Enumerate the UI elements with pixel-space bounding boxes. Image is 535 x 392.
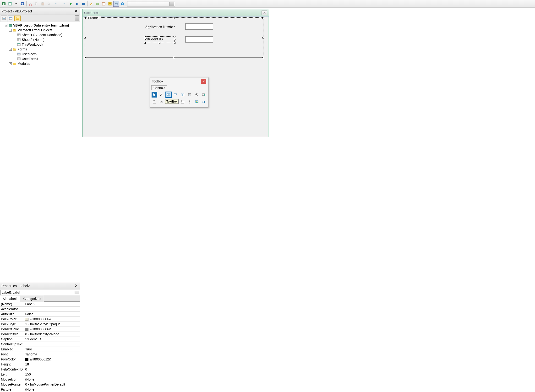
procedure-combo[interactable] [127,1,175,6]
view-icon[interactable] [7,1,13,7]
run-icon[interactable] [68,1,74,7]
svg-text:?: ? [122,3,123,5]
stop-icon[interactable] [81,1,86,7]
svg-rect-3 [9,2,11,3]
svg-rect-22 [109,3,111,4]
svg-rect-6 [22,4,23,5]
find-icon[interactable] [46,1,52,7]
pause-icon[interactable] [74,1,80,7]
svg-rect-10 [36,3,38,5]
main-toolbar: X ? [0,0,535,8]
svg-rect-12 [42,2,43,3]
dropdown-icon[interactable] [13,1,19,7]
svg-point-13 [48,3,50,5]
excel-icon[interactable]: X [1,1,7,7]
toolbox-icon[interactable] [113,1,119,7]
svg-rect-14 [76,3,77,5]
svg-rect-20 [102,2,105,3]
save-icon[interactable] [20,1,25,7]
properties-window-icon[interactable] [107,1,113,7]
svg-rect-5 [22,3,23,4]
svg-rect-16 [82,3,85,5]
svg-rect-18 [98,3,99,5]
paste-icon[interactable] [40,1,46,7]
project-window-icon[interactable] [101,1,107,7]
help-icon[interactable]: ? [120,1,125,7]
design-mode-icon[interactable] [88,1,94,7]
object-browser-icon[interactable] [95,1,100,7]
svg-rect-15 [77,3,78,5]
svg-text:X: X [3,3,5,5]
svg-rect-17 [96,3,97,5]
cut-icon[interactable] [27,1,33,7]
copy-icon[interactable] [34,1,39,7]
undo-icon[interactable] [54,1,60,7]
svg-rect-21 [109,2,111,5]
redo-icon[interactable] [60,1,66,7]
